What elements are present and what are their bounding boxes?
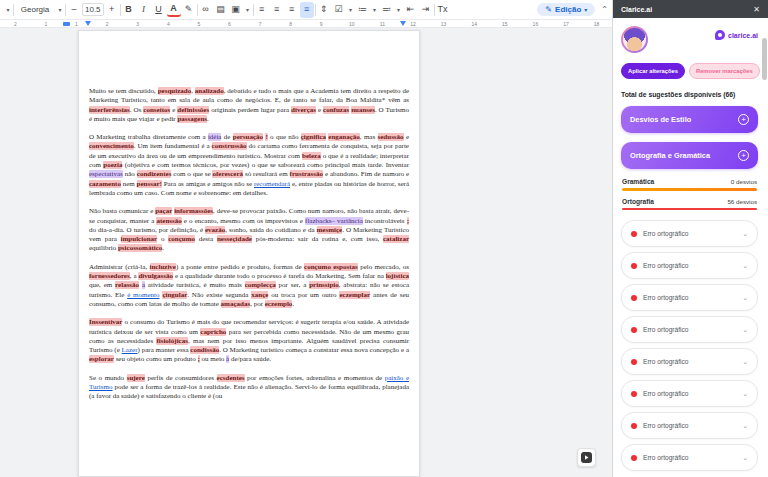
- font-size-increase-button[interactable]: +: [105, 2, 119, 18]
- decrease-indent-button[interactable]: ⇤: [404, 2, 418, 18]
- left-indent-marker[interactable]: [85, 21, 91, 26]
- style-highlight[interactable]: idéia: [208, 133, 222, 141]
- style-highlight[interactable]: espectativas: [89, 170, 123, 178]
- expand-plus-icon[interactable]: +: [738, 150, 749, 161]
- increase-indent-button[interactable]: ⇥: [419, 2, 433, 18]
- add-comment-button[interactable]: ▤: [214, 2, 228, 18]
- insert-link-button[interactable]: ∞: [199, 2, 213, 18]
- spelling-error-highlight[interactable]: sujere: [127, 374, 145, 382]
- expand-plus-icon[interactable]: +: [738, 114, 749, 125]
- clear-formatting-button[interactable]: Tx: [436, 2, 450, 18]
- spelling-error-highlight[interactable]: frustrassão: [290, 170, 323, 178]
- spelling-error-highlight[interactable]: condissão: [190, 346, 219, 354]
- font-family-select[interactable]: Georgia: [15, 2, 55, 18]
- error-card[interactable]: Erro ortográfico⌄: [621, 220, 758, 247]
- document-page[interactable]: Muito se tem discutido, pesquizado, anal…: [78, 30, 420, 477]
- spelling-error-highlight[interactable]: ;: [407, 217, 409, 225]
- spelling-error-highlight[interactable]: poezia: [103, 161, 122, 169]
- error-card[interactable]: Erro ortográfico⌄: [621, 316, 758, 343]
- close-icon[interactable]: ✕: [753, 5, 760, 14]
- align-justify-button[interactable]: ≡: [300, 2, 314, 18]
- doc-link[interactable]: recomendará: [254, 180, 290, 188]
- text-color-button[interactable]: A: [167, 3, 181, 17]
- line-spacing-button[interactable]: ⇕: [317, 2, 331, 18]
- align-center-button[interactable]: ≡: [270, 2, 284, 18]
- sidebar-scrollbar[interactable]: [762, 38, 767, 80]
- more-dropdown-icon[interactable]: ▾: [4, 2, 12, 18]
- spelling-error-highlight[interactable]: penssar!: [137, 180, 162, 188]
- style-highlight[interactable]: flazbacks– variância: [305, 217, 363, 225]
- spelling-error-highlight[interactable]: psicossomático: [118, 244, 162, 252]
- font-size-value[interactable]: 10.5: [82, 3, 104, 16]
- insert-image-caret-icon[interactable]: ▾: [244, 2, 252, 18]
- spelling-grammar-section[interactable]: Ortografia e Gramática +: [621, 142, 758, 169]
- spelling-error-highlight[interactable]: cazamento: [89, 180, 121, 188]
- clarice-logo[interactable]: clarice.ai: [715, 30, 758, 40]
- bold-button[interactable]: B: [122, 2, 136, 18]
- spelling-error-highlight[interactable]: impulcionar: [121, 235, 158, 243]
- spelling-error-highlight[interactable]: complecça: [245, 281, 276, 289]
- error-card[interactable]: Erro ortográfico⌄: [621, 444, 758, 471]
- doc-link[interactable]: Lazer: [122, 346, 138, 354]
- spelling-error-highlight[interactable]: ecsdentes: [217, 374, 245, 382]
- spelling-error-highlight[interactable]: Inssentivar: [89, 318, 122, 326]
- spelling-error-highlight[interactable]: conçumo: [168, 235, 195, 243]
- doc-link[interactable]: é momento: [127, 291, 159, 299]
- hide-menus-button[interactable]: ⌃: [601, 5, 608, 14]
- numbered-list-caret-icon[interactable]: ▾: [395, 2, 403, 18]
- error-card[interactable]: Erro ortográfico⌄: [621, 348, 758, 375]
- spelling-error-highlight[interactable]: conçumo espostas: [304, 263, 358, 271]
- spelling-error-highlight[interactable]: eczemplo: [265, 300, 293, 308]
- checklist-caret-icon[interactable]: ▾: [347, 2, 355, 18]
- spelling-error-highlight[interactable]: diverças: [291, 106, 316, 114]
- spelling-error-highlight[interactable]: fornessedores: [89, 272, 130, 280]
- spelling-error-highlight[interactable]: convencimento: [89, 142, 134, 150]
- spelling-error-highlight[interactable]: catalizar: [383, 235, 409, 243]
- spelling-error-highlight[interactable]: evazão: [205, 226, 225, 234]
- error-card[interactable]: Erro ortográfico⌄: [621, 284, 758, 311]
- highlight-color-button[interactable]: ✎: [182, 2, 196, 18]
- spelling-error-highlight[interactable]: oferescerá: [212, 170, 243, 178]
- spelling-error-highlight[interactable]: çingular: [162, 291, 187, 299]
- spelling-error-highlight[interactable]: passagens: [177, 115, 207, 123]
- font-family-caret-icon[interactable]: ▾: [56, 2, 64, 18]
- error-card[interactable]: Erro ortográfico⌄: [621, 252, 758, 279]
- clarice-widget-button[interactable]: [577, 448, 596, 467]
- spelling-error-highlight[interactable]: paçar: [155, 207, 172, 215]
- spelling-error-highlight[interactable]: definissões: [177, 106, 209, 114]
- chevron-down-icon[interactable]: ⌄: [742, 390, 748, 398]
- chevron-down-icon[interactable]: ⌄: [742, 422, 748, 430]
- spelling-error-highlight[interactable]: beleza: [302, 152, 321, 160]
- spelling-error-highlight[interactable]: prinssípio: [309, 281, 339, 289]
- horizontal-ruler[interactable]: 21123456789101112131415161718: [0, 20, 612, 28]
- spelling-error-highlight[interactable]: mesmiçe: [317, 226, 343, 234]
- chevron-down-icon[interactable]: ⌄: [742, 454, 748, 462]
- right-indent-marker[interactable]: [400, 21, 406, 26]
- spelling-error-highlight[interactable]: amaçadas: [221, 300, 251, 308]
- spelling-error-highlight[interactable]: nesseçidade: [217, 235, 252, 243]
- spelling-error-highlight[interactable]: persuação: [233, 133, 263, 141]
- spelling-error-highlight[interactable]: pesquizado: [158, 87, 191, 95]
- font-size-decrease-button[interactable]: –: [67, 2, 81, 18]
- spelling-error-highlight[interactable]: confuzas: [323, 106, 349, 114]
- chevron-down-icon[interactable]: ⌄: [742, 230, 748, 238]
- spelling-error-highlight[interactable]: eczemplar: [339, 291, 370, 299]
- spelling-error-highlight[interactable]: enganação: [328, 133, 360, 141]
- spelling-error-highlight[interactable]: nuanses: [351, 106, 375, 114]
- align-left-button[interactable]: ≡: [255, 2, 269, 18]
- numbered-list-button[interactable]: ≕: [380, 2, 394, 18]
- chevron-down-icon[interactable]: ⌄: [742, 326, 748, 334]
- insert-image-button[interactable]: ▣: [229, 2, 243, 18]
- spelling-error-highlight[interactable]: atenssão: [156, 217, 181, 225]
- user-avatar[interactable]: [621, 26, 648, 53]
- align-right-button[interactable]: ≡: [285, 2, 299, 18]
- spelling-error-highlight[interactable]: lojística: [386, 272, 409, 280]
- spelling-error-highlight[interactable]: construssão: [212, 142, 247, 150]
- editing-mode-button[interactable]: ✎ Edição ▾: [537, 3, 595, 16]
- spelling-error-highlight[interactable]: analizado: [195, 87, 224, 95]
- spelling-error-highlight[interactable]: esplorar: [89, 355, 114, 363]
- spelling-error-highlight[interactable]: incluzive: [150, 263, 176, 271]
- error-card[interactable]: Erro ortográfico⌄: [621, 380, 758, 407]
- underline-button[interactable]: U: [152, 2, 166, 18]
- chevron-down-icon[interactable]: ⌄: [742, 294, 748, 302]
